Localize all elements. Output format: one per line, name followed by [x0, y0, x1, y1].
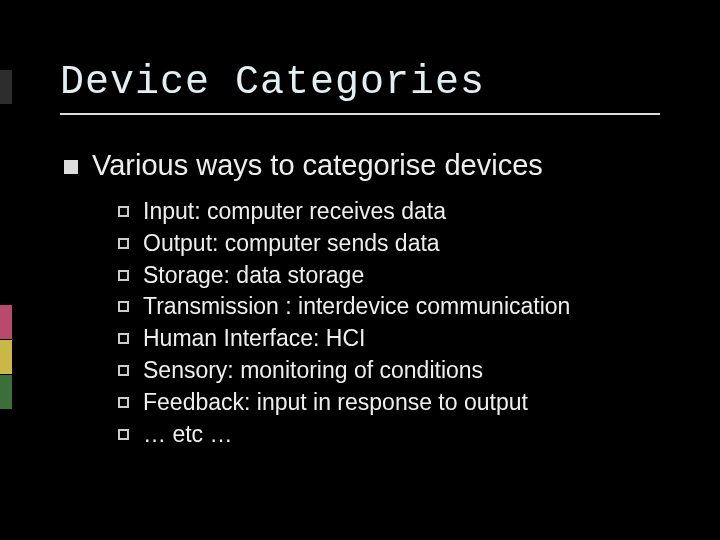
edge-accent-tab: [0, 375, 12, 409]
square-bullet-icon: [64, 160, 78, 174]
hollow-square-bullet-icon: [118, 206, 129, 217]
slide: Device Categories Various ways to catego…: [0, 0, 720, 540]
edge-accent-tab: [0, 305, 12, 339]
edge-accent-tab: [0, 70, 12, 104]
bullet-level2: Transmission : interdevice communication: [118, 291, 660, 322]
bullet-level1-text: Various ways to categorise devices: [92, 149, 543, 182]
bullet-level2-text: Input: computer receives data: [143, 196, 446, 227]
bullet-level2-text: Output: computer sends data: [143, 228, 440, 259]
bullet-level2-text: Sensory: monitoring of conditions: [143, 355, 483, 386]
bullet-level2-text: Storage: data storage: [143, 260, 364, 291]
hollow-square-bullet-icon: [118, 238, 129, 249]
bullet-level2-text: Human Interface: HCI: [143, 323, 365, 354]
bullet-level2: Feedback: input in response to output: [118, 387, 660, 418]
bullet-level2: … etc …: [118, 419, 660, 450]
hollow-square-bullet-icon: [118, 333, 129, 344]
bullet-level1: Various ways to categorise devices: [64, 149, 660, 182]
hollow-square-bullet-icon: [118, 397, 129, 408]
hollow-square-bullet-icon: [118, 365, 129, 376]
hollow-square-bullet-icon: [118, 429, 129, 440]
bullet-level2: Input: computer receives data: [118, 196, 660, 227]
bullet-level2: Storage: data storage: [118, 260, 660, 291]
hollow-square-bullet-icon: [118, 270, 129, 281]
hollow-square-bullet-icon: [118, 301, 129, 312]
bullet-level2-text: … etc …: [143, 419, 232, 450]
bullet-level2: Sensory: monitoring of conditions: [118, 355, 660, 386]
bullet-level2: Output: computer sends data: [118, 228, 660, 259]
bullet-level2: Human Interface: HCI: [118, 323, 660, 354]
slide-title: Device Categories: [60, 60, 660, 105]
bullet-level2-text: Feedback: input in response to output: [143, 387, 528, 418]
title-underline: [60, 113, 660, 115]
bullet-level2-list: Input: computer receives data Output: co…: [118, 196, 660, 450]
edge-accent-tab: [0, 340, 12, 374]
bullet-level2-text: Transmission : interdevice communication: [143, 291, 570, 322]
